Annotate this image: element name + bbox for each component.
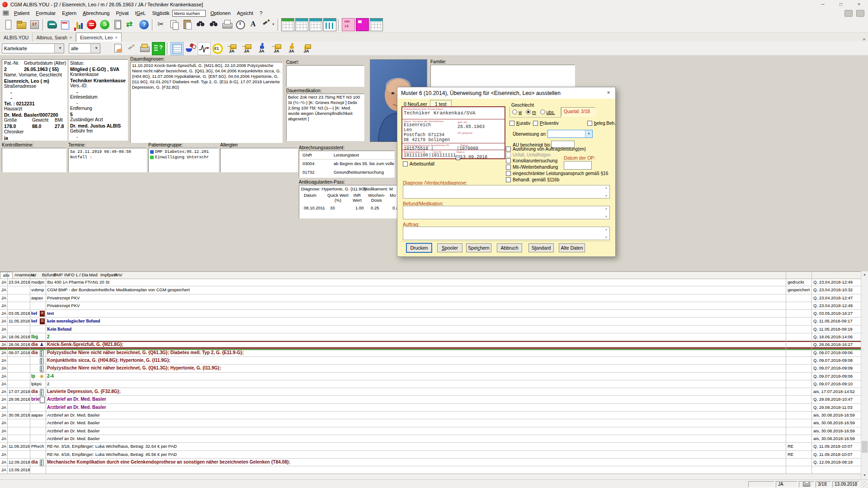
- kasse-value[interactable]: Techniker Krankenkas/SVA: [404, 110, 503, 116]
- kartei-row[interactable]: JA11.09.2018PRechRE-Nr. 3/18, Empfänger:…: [0, 443, 861, 450]
- arbeitsunfall-checkbox[interactable]: Arbeitsunfall: [403, 161, 434, 166]
- recycle-icon[interactable]: [125, 19, 137, 31]
- menu-ansicht[interactable]: Ansicht: [234, 9, 256, 17]
- patientengruppe-item[interactable]: Einwilligung Unterschr: [150, 155, 217, 160]
- kartei-row[interactable]: JA29.08.2018briefArztbrief an Dr. Med. B…: [0, 396, 861, 403]
- alte-daten-button[interactable]: Alte Daten: [559, 243, 585, 252]
- betriebsstaetten-nr[interactable]: 181111100: [404, 153, 428, 158]
- patientengruppe-item[interactable]: DMP Diabetes;05.12.201: [150, 149, 217, 155]
- search-icon[interactable]: [152, 42, 165, 55]
- grid-cyan-icon[interactable]: [370, 18, 383, 31]
- versicherter-name[interactable]: Eisenreich: [404, 123, 503, 128]
- binoc-icon[interactable]: [208, 19, 220, 31]
- folder-icon[interactable]: [15, 19, 28, 31]
- greendisc-icon[interactable]: [99, 19, 111, 31]
- speichern-button[interactable]: Speichern: [466, 243, 491, 252]
- menu-igel[interactable]: IGeL: [132, 9, 149, 17]
- help-icon[interactable]: [138, 19, 150, 31]
- abrechnungsassistent-box[interactable]: GNRLeistungstext03004ab Beginn des 55. b…: [299, 151, 395, 178]
- checkbox-ausf-hrung-von-auftragsleistun[interactable]: Ausführung von Auftragsleistung(en): [506, 147, 586, 152]
- kartei-row[interactable]: JA13.09.2018: [0, 466, 861, 474]
- chevron-down-icon[interactable]: ▼: [585, 130, 592, 137]
- dauermedikation-box[interactable]: Beloc Zok Herz 23.75mg RET N3 100 St (½-…: [286, 94, 364, 141]
- kartei-row[interactable]: JAArztbrief an Dr. Med. BaslerQ, 29.08.2…: [0, 404, 861, 412]
- kartei-row[interactable]: JA11.05.2018befkein neurologischer Befun…: [0, 317, 861, 325]
- geburtsdatum[interactable]: 26.05.1963: [458, 124, 485, 129]
- kartei-scrollbar[interactable]: ▲ ▼: [861, 271, 868, 479]
- maximize-button[interactable]: □: [832, 0, 850, 9]
- kartei-row[interactable]: JARE-Nr. 4/18, Empfänger: Luka Wichelhau…: [0, 451, 861, 459]
- menu-optionen[interactable]: Optionen: [207, 9, 234, 17]
- menu-formular[interactable]: Formular: [33, 9, 59, 17]
- checkbox-belegbeh[interactable]: beleg.Beh.: [587, 121, 616, 126]
- tab-albinus--sarah[interactable]: Albinus, Sarah×: [33, 33, 76, 42]
- grid-cyan-icon[interactable]: [309, 18, 322, 31]
- kartei-row[interactable]: JAvobmpCGM BMP - der Bundeseinheitliche …: [0, 286, 861, 294]
- arzt-nr[interactable]: |181111111: [429, 153, 456, 158]
- spooler-button[interactable]: Spooler: [437, 243, 462, 252]
- euro-icon[interactable]: [212, 43, 224, 55]
- radio-m[interactable]: m: [526, 109, 536, 115]
- standard-button[interactable]: Standard: [528, 243, 554, 252]
- auftrag-textarea[interactable]: ▲▼: [403, 227, 610, 240]
- kartei-row[interactable]: JAArztbrief an Dr. Med. Baslerais, 30.08…: [0, 435, 861, 443]
- kartei-filter-dmp[interactable]: DMP: [53, 272, 63, 277]
- paste-icon[interactable]: [182, 19, 194, 31]
- ja-stamp-person-gold[interactable]: JA: [284, 42, 298, 55]
- ja-stamp-stack[interactable]: JA: [299, 42, 313, 55]
- cal-icon[interactable]: [323, 18, 336, 31]
- abbruch-button[interactable]: Abbruch: [497, 243, 522, 252]
- pink-icon[interactable]: [342, 18, 355, 31]
- kartei-filter-alle[interactable]: alle: [0, 272, 13, 279]
- menu-statistik[interactable]: Statistik: [149, 9, 173, 17]
- pen-icon[interactable]: [260, 19, 276, 31]
- clip-icon[interactable]: [112, 19, 124, 31]
- printform-icon[interactable]: [139, 43, 151, 55]
- scroll-down-icon[interactable]: ▼: [861, 472, 868, 479]
- kartei-row[interactable]: JAlpkpü2Q, 09.07.2018-09:10: [0, 380, 861, 388]
- checkbox-konsiliaruntersuchung[interactable]: Konsiliaruntersuchung: [506, 158, 557, 163]
- menu-?[interactable]: ?: [256, 9, 265, 17]
- sync-small-icon[interactable]: [856, 10, 864, 17]
- kontrolltermine-box[interactable]: [2, 148, 66, 172]
- status-printer-cell[interactable]: [799, 481, 814, 488]
- radio-ubs[interactable]: ubs.: [540, 109, 555, 115]
- ausstellungsdatum[interactable]: 13.09.2018: [460, 155, 487, 160]
- spinner-icons[interactable]: ▲▼: [604, 227, 609, 239]
- drucken-button[interactable]: Drucken: [406, 243, 432, 252]
- radio-w[interactable]: w: [512, 109, 522, 115]
- grid-cyan-icon[interactable]: [295, 18, 308, 31]
- copy-icon[interactable]: [169, 19, 181, 31]
- wallet-icon[interactable]: [46, 19, 58, 31]
- ja-stamp-arrow-stack[interactable]: JA: [240, 42, 254, 55]
- spinner-icons[interactable]: ▲▼: [604, 186, 609, 198]
- scrollbar-thumb[interactable]: [862, 441, 868, 453]
- kartei-row[interactable]: JAlp◉2-4Q, 09.07.2018-09:06: [0, 373, 861, 380]
- chart-icon[interactable]: [72, 19, 85, 31]
- kartei-filter-pav[interactable]: PAV: [114, 272, 123, 277]
- ja-stamp-arrow-stack[interactable]: JA: [269, 42, 283, 55]
- resize-grip[interactable]: [861, 481, 867, 488]
- termine-box[interactable]: Sa 23.11.2019 08:40-08:50Notfall :: [68, 148, 147, 172]
- kartei-row[interactable]: JA23.04.2018medpnIbu 400 1A Pharma FTAN1…: [0, 279, 861, 286]
- kartei-filter-ldia[interactable]: L / Dia: [76, 272, 88, 277]
- menu-search-input[interactable]: Menü suchen: [172, 10, 206, 17]
- cards-icon[interactable]: [59, 19, 71, 31]
- patientengruppe-box[interactable]: DMP Diabetes;05.12.201Einwilligung Unter…: [148, 148, 219, 172]
- printer-small-icon[interactable]: [844, 10, 853, 17]
- chevron-down-icon[interactable]: ▼: [90, 44, 100, 53]
- dialog-title-bar[interactable]: Muster 6 (10.2014), Überweisung für <Eis…: [397, 87, 615, 99]
- kartei-row[interactable]: JAPolyzystische Niere nicht näher bezeic…: [0, 365, 861, 372]
- checkbox-mit--weiterbehandlung[interactable]: Mit-/Weiterbehandlung: [506, 165, 558, 170]
- kartei-row[interactable]: JAArztbrief an Dr. Med. Baslerais, 30.08…: [0, 427, 861, 435]
- kartei-row[interactable]: JAKonjunktivitis sicca, G. {H04.8G}; Hyp…: [0, 357, 861, 365]
- lettera-icon[interactable]: [247, 19, 259, 31]
- reddisc-icon[interactable]: [85, 19, 98, 31]
- tab-close-icon[interactable]: ×: [115, 33, 117, 42]
- menu-privat[interactable]: Privat: [113, 9, 132, 17]
- befund-textarea[interactable]: ▲▼: [403, 206, 610, 219]
- datum-checkbox[interactable]: ✓: [456, 156, 460, 160]
- kartei-row[interactable]: JA09.07.2018diaPolyzystische Niere nicht…: [0, 349, 861, 357]
- spinner-icons[interactable]: ▲▼: [604, 207, 609, 218]
- diagnose-textarea[interactable]: ▲▼: [403, 185, 610, 199]
